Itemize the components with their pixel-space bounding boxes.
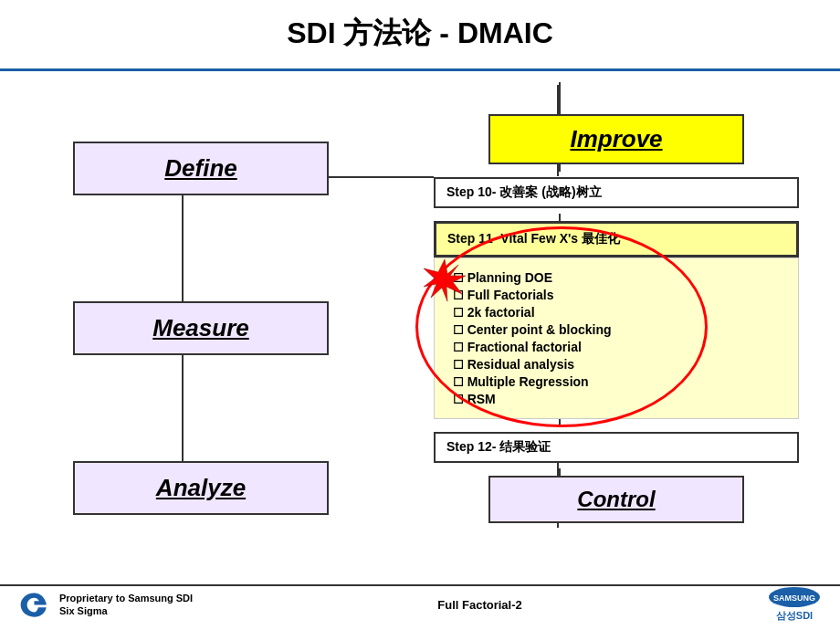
six-sigma-logo-icon — [18, 589, 50, 621]
checklist-item: Multiple Regression — [448, 374, 784, 389]
analyze-box: Analyze — [73, 461, 329, 515]
measure-label: Measure — [152, 314, 249, 341]
checklist: Planning DOE Full Factorials 2k factoria… — [448, 270, 784, 406]
checklist-item: 2k factorial — [448, 305, 784, 320]
checklist-item: Center point & blocking — [448, 322, 784, 337]
conn3 — [559, 419, 561, 426]
top-line — [0, 68, 840, 71]
samsung-logo: SAMSUNG 삼성SDI — [767, 586, 822, 623]
page-title: SDI 方法论 - DMAIC — [0, 14, 840, 54]
checklist-item: Full Factorials — [448, 288, 784, 302]
analyze-label: Analyze — [156, 474, 246, 501]
checklist-item: Fractional factorial — [448, 340, 784, 354]
improve-label: Improve — [570, 125, 662, 152]
top-vline-right — [559, 82, 561, 114]
sdi-label: 삼성SDI — [776, 609, 813, 623]
footer-doc-name: Full Factorial-2 — [193, 598, 767, 612]
checklist-area: Planning DOE Full Factorials 2k factoria… — [434, 257, 799, 419]
right-column: Improve Step 10- 改善案 (战略)树立 Step 11- Vit… — [434, 82, 799, 523]
h-connector — [329, 176, 434, 178]
measure-box: Measure — [73, 301, 329, 355]
define-label: Define — [164, 154, 236, 182]
checklist-item: Planning DOE — [448, 270, 784, 285]
checklist-item: Residual analysis — [448, 357, 784, 372]
footer-left: Proprietary to Samsung SDI Six Sigma — [18, 589, 193, 621]
define-box: Define — [73, 142, 329, 195]
footer: Proprietary to Samsung SDI Six Sigma Ful… — [0, 586, 840, 623]
improve-box: Improve — [488, 114, 744, 164]
footer-right: SAMSUNG 삼성SDI — [767, 586, 822, 623]
svg-text:SAMSUNG: SAMSUNG — [773, 593, 815, 603]
checklist-item: RSM — [448, 392, 784, 406]
proprietary-label: Proprietary to Samsung SDI — [59, 592, 193, 604]
step12-box: Step 12- 结果验证 — [434, 432, 799, 463]
conn2 — [559, 214, 561, 221]
conn4 — [559, 468, 561, 476]
conn1 — [559, 164, 561, 172]
step11-box: Step 11- Vital Few X's 最佳化 — [434, 221, 799, 257]
six-sigma-label: Six Sigma — [59, 604, 193, 617]
samsung-logo-icon: SAMSUNG — [767, 586, 822, 609]
control-label: Control — [577, 487, 655, 511]
step10-box: Step 10- 改善案 (战略)树立 — [434, 177, 799, 208]
control-box: Control — [488, 476, 744, 523]
footer-text: Proprietary to Samsung SDI Six Sigma — [59, 592, 193, 618]
